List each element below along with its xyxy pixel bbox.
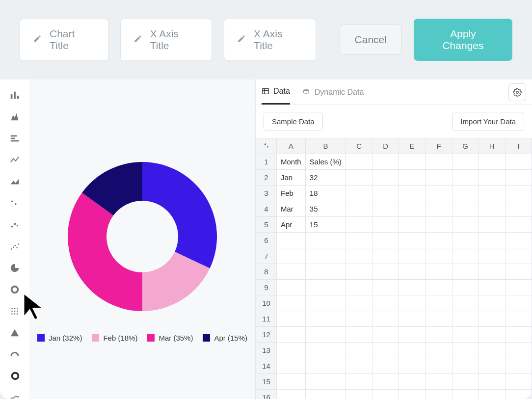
cell[interactable] bbox=[399, 154, 426, 170]
cell[interactable]: Apr bbox=[277, 217, 306, 233]
cell[interactable] bbox=[479, 311, 505, 327]
cell[interactable] bbox=[426, 233, 452, 248]
cell[interactable] bbox=[505, 295, 532, 311]
cell[interactable] bbox=[452, 311, 479, 327]
cell[interactable] bbox=[399, 170, 426, 186]
cell[interactable] bbox=[372, 186, 399, 201]
ring-icon[interactable] bbox=[0, 367, 29, 385]
cell[interactable] bbox=[505, 358, 532, 374]
cell[interactable] bbox=[479, 280, 505, 295]
cell[interactable] bbox=[479, 248, 505, 264]
column-header[interactable]: G bbox=[452, 138, 479, 154]
cell[interactable] bbox=[479, 170, 505, 186]
cell[interactable] bbox=[305, 358, 346, 374]
cell[interactable] bbox=[426, 280, 452, 295]
cell[interactable] bbox=[426, 201, 452, 217]
cell[interactable] bbox=[305, 280, 346, 295]
cell[interactable] bbox=[479, 217, 505, 233]
cell[interactable] bbox=[426, 327, 452, 343]
cell[interactable] bbox=[426, 311, 452, 327]
column-header[interactable]: E bbox=[399, 138, 426, 154]
cell[interactable] bbox=[452, 295, 479, 311]
column-chart-icon[interactable] bbox=[0, 108, 29, 126]
tab-dynamic-data[interactable]: Dynamic Data bbox=[302, 80, 364, 105]
cell[interactable] bbox=[372, 248, 399, 264]
cell[interactable] bbox=[426, 186, 452, 201]
cell[interactable] bbox=[346, 201, 372, 217]
cell[interactable] bbox=[479, 264, 505, 280]
cell[interactable]: 18 bbox=[305, 186, 346, 201]
cell[interactable] bbox=[505, 217, 532, 233]
cell[interactable] bbox=[426, 374, 452, 390]
row-number[interactable]: 15 bbox=[256, 374, 277, 390]
cell[interactable] bbox=[452, 264, 479, 280]
cell[interactable] bbox=[505, 154, 532, 170]
cell[interactable] bbox=[505, 233, 532, 248]
cell[interactable] bbox=[399, 201, 426, 217]
sheet-corner[interactable] bbox=[256, 138, 277, 154]
cell[interactable] bbox=[305, 311, 346, 327]
cell[interactable] bbox=[372, 358, 399, 374]
cell[interactable] bbox=[277, 343, 306, 358]
cancel-button[interactable]: Cancel bbox=[340, 25, 402, 55]
cell[interactable] bbox=[452, 186, 479, 201]
pie-icon[interactable] bbox=[0, 259, 29, 277]
horizontal-bar-icon[interactable] bbox=[0, 130, 29, 147]
cell[interactable] bbox=[277, 248, 306, 264]
cell[interactable] bbox=[346, 343, 372, 358]
cell[interactable] bbox=[277, 264, 306, 280]
cell[interactable] bbox=[346, 154, 372, 170]
cell[interactable] bbox=[452, 343, 479, 358]
cell[interactable] bbox=[426, 170, 452, 186]
cell[interactable] bbox=[372, 170, 399, 186]
cell[interactable] bbox=[452, 280, 479, 295]
cell[interactable] bbox=[372, 154, 399, 170]
cell[interactable]: Month bbox=[277, 154, 306, 170]
cell[interactable] bbox=[452, 374, 479, 390]
row-number[interactable]: 1 bbox=[256, 154, 277, 170]
cell[interactable] bbox=[452, 233, 479, 248]
cell[interactable] bbox=[452, 217, 479, 233]
cell[interactable] bbox=[346, 327, 372, 343]
row-number[interactable]: 5 bbox=[256, 217, 277, 233]
cell[interactable] bbox=[399, 327, 426, 343]
cell[interactable] bbox=[372, 295, 399, 311]
row-number[interactable]: 7 bbox=[256, 248, 277, 264]
cell[interactable] bbox=[505, 248, 532, 264]
cell[interactable] bbox=[452, 327, 479, 343]
cell[interactable] bbox=[479, 327, 505, 343]
import-data-button[interactable]: Import Your Data bbox=[452, 112, 524, 131]
row-number[interactable]: 16 bbox=[256, 390, 277, 399]
column-header[interactable]: I bbox=[505, 138, 532, 154]
cell[interactable] bbox=[277, 295, 306, 311]
chart-title-input[interactable]: Chart Title bbox=[20, 19, 108, 61]
cell[interactable] bbox=[277, 280, 306, 295]
cell[interactable] bbox=[479, 374, 505, 390]
row-number[interactable]: 8 bbox=[256, 264, 277, 280]
sample-data-button[interactable]: Sample Data bbox=[264, 112, 323, 131]
cell[interactable] bbox=[505, 311, 532, 327]
cell[interactable] bbox=[346, 170, 372, 186]
row-number[interactable]: 11 bbox=[256, 311, 277, 327]
cell[interactable] bbox=[277, 358, 306, 374]
cell[interactable] bbox=[305, 295, 346, 311]
cell[interactable] bbox=[399, 358, 426, 374]
cell[interactable] bbox=[372, 311, 399, 327]
cell[interactable] bbox=[399, 264, 426, 280]
cell[interactable] bbox=[346, 233, 372, 248]
cell[interactable] bbox=[452, 170, 479, 186]
cell[interactable] bbox=[277, 327, 306, 343]
cell[interactable] bbox=[305, 343, 346, 358]
cell[interactable]: Mar bbox=[277, 201, 306, 217]
cell[interactable] bbox=[426, 264, 452, 280]
bar-chart-icon[interactable] bbox=[0, 86, 29, 104]
cell[interactable] bbox=[426, 390, 452, 399]
scatter-icon[interactable] bbox=[0, 194, 29, 212]
cell[interactable] bbox=[346, 217, 372, 233]
cell[interactable] bbox=[346, 390, 372, 399]
cell[interactable] bbox=[277, 311, 306, 327]
cell[interactable] bbox=[479, 233, 505, 248]
line-chart-icon[interactable] bbox=[0, 151, 29, 169]
cell[interactable] bbox=[505, 327, 532, 343]
cell[interactable] bbox=[277, 233, 306, 248]
